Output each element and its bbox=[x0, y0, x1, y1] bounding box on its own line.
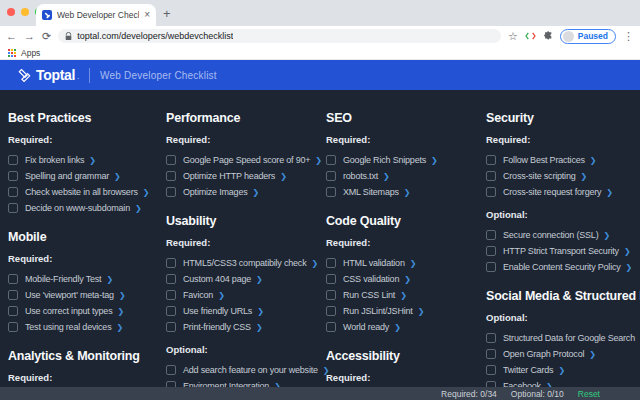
checkbox[interactable] bbox=[8, 274, 18, 284]
checklist-item[interactable]: Follow Best Practices❯ bbox=[486, 152, 640, 168]
checkbox[interactable] bbox=[166, 306, 176, 316]
chevron-right-icon[interactable]: ❯ bbox=[253, 188, 260, 197]
checklist-item[interactable]: Structured Data for Google Search❯ bbox=[486, 330, 640, 346]
checkbox[interactable] bbox=[486, 230, 496, 240]
checklist-item[interactable]: CSS validation❯ bbox=[326, 271, 486, 287]
checklist-item[interactable]: World ready❯ bbox=[326, 319, 486, 335]
checkbox[interactable] bbox=[166, 187, 176, 197]
browser-menu-icon[interactable]: ⋮ bbox=[623, 31, 634, 42]
checkbox[interactable] bbox=[326, 171, 336, 181]
checklist-item[interactable]: Run CSS Lint❯ bbox=[326, 287, 486, 303]
checkbox[interactable] bbox=[8, 306, 18, 316]
checklist-item[interactable]: robots.txt❯ bbox=[326, 168, 486, 184]
chevron-right-icon[interactable]: ❯ bbox=[256, 275, 263, 284]
checklist-item[interactable]: Custom 404 page❯ bbox=[166, 271, 326, 287]
checkbox[interactable] bbox=[8, 290, 18, 300]
checkbox[interactable] bbox=[486, 171, 496, 181]
chevron-right-icon[interactable]: ❯ bbox=[143, 188, 150, 197]
chevron-right-icon[interactable]: ❯ bbox=[558, 366, 565, 375]
checkbox[interactable] bbox=[166, 155, 176, 165]
apps-grid-icon[interactable] bbox=[8, 49, 16, 57]
chevron-right-icon[interactable]: ❯ bbox=[400, 291, 407, 300]
chevron-right-icon[interactable]: ❯ bbox=[431, 156, 438, 165]
checklist-item[interactable]: Fix broken links❯ bbox=[8, 152, 166, 168]
checklist-item[interactable]: Run JSLint/JSHint❯ bbox=[326, 303, 486, 319]
chevron-right-icon[interactable]: ❯ bbox=[404, 188, 411, 197]
chevron-right-icon[interactable]: ❯ bbox=[116, 323, 123, 332]
checklist-item[interactable]: Optimize HTTP headers❯ bbox=[166, 168, 326, 184]
checklist-item[interactable]: Print-friendly CSS❯ bbox=[166, 319, 326, 335]
chevron-right-icon[interactable]: ❯ bbox=[410, 259, 417, 268]
checklist-item[interactable]: Check website in all browsers❯ bbox=[8, 184, 166, 200]
forward-icon[interactable]: → bbox=[24, 31, 35, 42]
checkbox[interactable] bbox=[8, 171, 18, 181]
chevron-right-icon[interactable]: ❯ bbox=[581, 172, 588, 181]
checkbox[interactable] bbox=[8, 203, 18, 213]
chevron-right-icon[interactable]: ❯ bbox=[394, 323, 401, 332]
chevron-right-icon[interactable]: ❯ bbox=[257, 307, 264, 316]
toptal-logo[interactable]: Toptal . bbox=[18, 67, 79, 83]
apps-bookmark[interactable]: Apps bbox=[21, 48, 40, 58]
checkbox[interactable] bbox=[326, 306, 336, 316]
close-window-button[interactable] bbox=[7, 8, 15, 16]
chevron-right-icon[interactable]: ❯ bbox=[106, 275, 113, 284]
url-text[interactable]: toptal.com/developers/webdevchecklist bbox=[77, 31, 233, 41]
checkbox[interactable] bbox=[166, 171, 176, 181]
reset-button[interactable]: Reset bbox=[578, 389, 600, 399]
chevron-right-icon[interactable]: ❯ bbox=[256, 323, 263, 332]
checklist-item[interactable]: Use friendly URLs❯ bbox=[166, 303, 326, 319]
chevron-right-icon[interactable]: ❯ bbox=[117, 307, 124, 316]
checkbox[interactable] bbox=[326, 155, 336, 165]
checklist-item[interactable]: Favicon❯ bbox=[166, 287, 326, 303]
checkbox[interactable] bbox=[326, 187, 336, 197]
checklist-item[interactable]: Use 'viewport' meta-tag❯ bbox=[8, 287, 166, 303]
chevron-right-icon[interactable]: ❯ bbox=[315, 156, 322, 165]
chevron-right-icon[interactable]: ❯ bbox=[590, 156, 597, 165]
checkbox[interactable] bbox=[326, 274, 336, 284]
checklist-item[interactable]: HTML validation❯ bbox=[326, 255, 486, 271]
checkbox[interactable] bbox=[166, 290, 176, 300]
chevron-right-icon[interactable]: ❯ bbox=[311, 259, 318, 268]
checkbox[interactable] bbox=[486, 333, 496, 343]
checkbox[interactable] bbox=[166, 322, 176, 332]
bookmark-star-icon[interactable]: ☆ bbox=[508, 31, 518, 42]
checklist-item[interactable]: Twitter Cards❯ bbox=[486, 362, 640, 378]
reload-icon[interactable]: ⟳ bbox=[42, 31, 51, 42]
chevron-right-icon[interactable]: ❯ bbox=[418, 307, 425, 316]
chevron-right-icon[interactable]: ❯ bbox=[626, 263, 633, 272]
new-tab-button[interactable]: + bbox=[163, 6, 171, 21]
checkbox[interactable] bbox=[8, 322, 18, 332]
address-bar[interactable]: toptal.com/developers/webdevchecklist bbox=[58, 29, 501, 43]
checklist-item[interactable]: Decide on www-subdomain❯ bbox=[8, 200, 166, 216]
checklist-item[interactable]: Google Page Speed score of 90+❯ bbox=[166, 152, 326, 168]
browser-tab[interactable]: Web Developer Checklist: Web × bbox=[36, 4, 156, 26]
checkbox[interactable] bbox=[326, 258, 336, 268]
checkbox[interactable] bbox=[166, 365, 176, 375]
checklist-item[interactable]: Use correct input types❯ bbox=[8, 303, 166, 319]
minimize-window-button[interactable] bbox=[21, 8, 29, 16]
chevron-right-icon[interactable]: ❯ bbox=[119, 291, 126, 300]
checklist-item[interactable]: Secure connection (SSL)❯ bbox=[486, 227, 640, 243]
chevron-right-icon[interactable]: ❯ bbox=[280, 172, 287, 181]
checkbox[interactable] bbox=[486, 349, 496, 359]
checklist-item[interactable]: Test using real devices❯ bbox=[8, 319, 166, 335]
checkbox[interactable] bbox=[486, 187, 496, 197]
checklist-item[interactable]: Cross-site request forgery❯ bbox=[486, 184, 640, 200]
chevron-right-icon[interactable]: ❯ bbox=[404, 275, 411, 284]
chevron-right-icon[interactable]: ❯ bbox=[383, 172, 390, 181]
checkbox[interactable] bbox=[166, 274, 176, 284]
checklist-item[interactable]: Spelling and grammar❯ bbox=[8, 168, 166, 184]
checkbox[interactable] bbox=[486, 246, 496, 256]
checkbox[interactable] bbox=[326, 322, 336, 332]
checklist-item[interactable]: Cross-site scripting❯ bbox=[486, 168, 640, 184]
checkbox[interactable] bbox=[486, 365, 496, 375]
chevron-right-icon[interactable]: ❯ bbox=[606, 188, 613, 197]
checklist-item[interactable]: Mobile-Friendly Test❯ bbox=[8, 271, 166, 287]
profile-paused-button[interactable]: Paused bbox=[560, 29, 616, 44]
checklist-item[interactable]: Google Rich Snippets❯ bbox=[326, 152, 486, 168]
chevron-right-icon[interactable]: ❯ bbox=[218, 291, 225, 300]
checkbox[interactable] bbox=[486, 262, 496, 272]
checkbox[interactable] bbox=[166, 258, 176, 268]
checkbox[interactable] bbox=[486, 155, 496, 165]
checklist-item[interactable]: XML Sitemaps❯ bbox=[326, 184, 486, 200]
